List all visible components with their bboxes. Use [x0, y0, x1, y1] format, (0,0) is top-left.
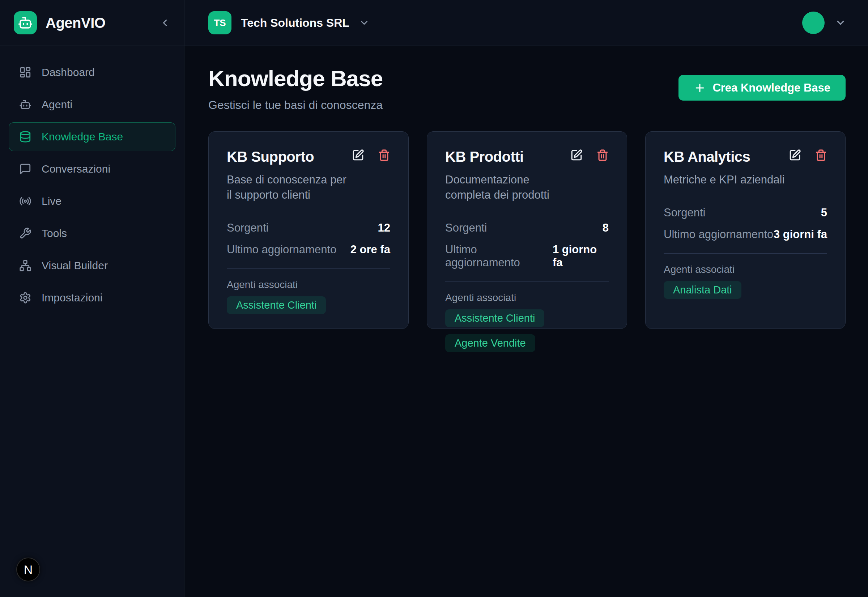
org-initials-badge: TS: [208, 11, 231, 34]
robot-icon: [18, 15, 33, 30]
card-meta: Sorgenti 5 Ultimo aggiornamento 3 giorni…: [664, 206, 827, 241]
divider: [445, 282, 609, 282]
updated-row: Ultimo aggiornamento 1 giorno fa: [445, 243, 609, 269]
edit-button[interactable]: [789, 149, 801, 161]
sidebar-header: AgenVIO: [0, 0, 184, 46]
agent-tag: Assistente Clienti: [227, 296, 326, 314]
card-title: KB Analytics: [664, 148, 750, 166]
card-header: KB Supporto: [227, 148, 390, 166]
sidebar-item-live[interactable]: Live: [9, 187, 175, 215]
database-icon: [19, 131, 31, 143]
org-switcher[interactable]: TS Tech Solutions SRL: [208, 11, 370, 34]
sidebar-item-conversazioni[interactable]: Conversazioni: [9, 154, 175, 183]
sidebar-item-impostazioni[interactable]: Impostazioni: [9, 283, 175, 312]
chevron-down-icon[interactable]: [835, 17, 846, 28]
updated-value: 2 ore fa: [351, 243, 390, 256]
card-title: KB Prodotti: [445, 148, 524, 166]
updated-value: 3 giorni fa: [773, 228, 827, 241]
sidebar-item-label: Knowledge Base: [41, 131, 123, 143]
sources-value: 12: [378, 221, 390, 235]
kb-card-supporto[interactable]: KB Supporto Bas: [208, 131, 409, 329]
kb-card-prodotti[interactable]: KB Prodotti Doc: [427, 131, 627, 329]
updated-label: Ultimo aggiornamento: [227, 243, 336, 256]
card-actions: [352, 149, 390, 161]
edit-button[interactable]: [570, 149, 583, 161]
edit-pencil-icon: [570, 149, 583, 161]
top-header: TS Tech Solutions SRL: [184, 0, 868, 46]
sources-label: Sorgenti: [227, 221, 268, 235]
card-header: KB Analytics: [664, 148, 827, 166]
delete-button[interactable]: [596, 149, 609, 161]
sidebar-item-visual-builder[interactable]: Visual Builder: [9, 251, 175, 280]
updated-row: Ultimo aggiornamento 2 ore fa: [227, 243, 390, 256]
kb-cards-grid: KB Supporto Bas: [208, 131, 846, 329]
sidebar-item-dashboard[interactable]: Dashboard: [9, 58, 175, 87]
sidebar-item-label: Conversazioni: [41, 163, 110, 175]
org-name: Tech Solutions SRL: [241, 16, 350, 30]
delete-button[interactable]: [815, 149, 827, 161]
card-header: KB Prodotti: [445, 148, 609, 166]
card-meta: Sorgenti 8 Ultimo aggiornamento 1 giorno…: [445, 221, 609, 269]
header-user-area: [802, 12, 846, 34]
sources-row: Sorgenti 5: [664, 206, 827, 219]
sidebar-item-label: Live: [41, 195, 61, 207]
sidebar-collapse-button[interactable]: [160, 17, 170, 28]
sidebar-nav: Dashboard Agenti Knowledge Base Conversa…: [0, 46, 184, 324]
edit-button[interactable]: [352, 149, 364, 161]
sidebar-item-label: Impostazioni: [41, 292, 102, 304]
network-icon: [19, 260, 31, 272]
trash-icon: [596, 149, 609, 161]
nextjs-dev-badge[interactable]: N: [16, 558, 40, 581]
agent-tags: Assistente Clienti Agente Vendite: [445, 309, 609, 352]
edit-pencil-icon: [352, 149, 364, 161]
chat-bubble-icon: [19, 163, 31, 175]
agent-tags: Analista Dati: [664, 281, 827, 299]
agent-tag: Analista Dati: [664, 281, 741, 299]
radio-icon: [19, 195, 31, 207]
sources-row: Sorgenti 8: [445, 221, 609, 235]
sidebar-item-tools[interactable]: Tools: [9, 219, 175, 248]
sidebar-item-label: Dashboard: [41, 66, 95, 79]
agent-tags: Assistente Clienti: [227, 296, 390, 314]
trash-icon: [378, 149, 390, 161]
gear-icon: [19, 292, 31, 304]
sidebar-item-label: Agenti: [41, 98, 73, 111]
avatar[interactable]: [802, 12, 825, 34]
sources-row: Sorgenti 12: [227, 221, 390, 235]
edit-pencil-icon: [789, 149, 801, 161]
updated-value: 1 giorno fa: [552, 243, 609, 269]
card-description: Base di conoscenza per il supporto clien…: [227, 172, 390, 203]
sidebar-item-agenti[interactable]: Agenti: [9, 90, 175, 119]
create-button-label: Crea Knowledge Base: [712, 82, 830, 94]
title-row: Knowledge Base Gestisci le tue basi di c…: [208, 65, 846, 112]
page-title: Knowledge Base: [208, 65, 383, 91]
create-knowledge-base-button[interactable]: Crea Knowledge Base: [678, 75, 846, 101]
wrench-icon: [19, 227, 31, 239]
card-meta: Sorgenti 12 Ultimo aggiornamento 2 ore f…: [227, 221, 390, 256]
agent-tag: Agente Vendite: [445, 334, 535, 352]
main-area: TS Tech Solutions SRL Knowledge Base Ges…: [184, 0, 868, 597]
sources-value: 5: [821, 206, 827, 219]
sources-label: Sorgenti: [664, 206, 705, 219]
chevron-down-icon: [359, 17, 370, 28]
agent-tag: Assistente Clienti: [445, 309, 544, 327]
agents-label: Agenti associati: [445, 292, 609, 304]
divider: [664, 253, 827, 254]
agents-label: Agenti associati: [664, 264, 827, 275]
updated-row: Ultimo aggiornamento 3 giorni fa: [664, 228, 827, 241]
card-description: Metriche e KPI aziendali: [664, 172, 827, 187]
sidebar-item-knowledge-base[interactable]: Knowledge Base: [9, 122, 175, 151]
trash-icon: [815, 149, 827, 161]
sidebar-item-label: Tools: [41, 227, 67, 239]
delete-button[interactable]: [378, 149, 390, 161]
plus-icon: [694, 82, 706, 94]
page-subtitle: Gestisci le tue basi di conoscenza: [208, 98, 383, 112]
layout-dashboard-icon: [19, 66, 31, 79]
sources-label: Sorgenti: [445, 221, 487, 235]
agents-label: Agenti associati: [227, 279, 390, 291]
app-logo: [14, 11, 37, 34]
sidebar: AgenVIO Dashboard Agenti Knowledge Base: [0, 0, 184, 597]
card-description: Documentazione completa dei prodotti: [445, 172, 609, 203]
kb-card-analytics[interactable]: KB Analytics Me: [645, 131, 846, 329]
divider: [227, 269, 390, 269]
